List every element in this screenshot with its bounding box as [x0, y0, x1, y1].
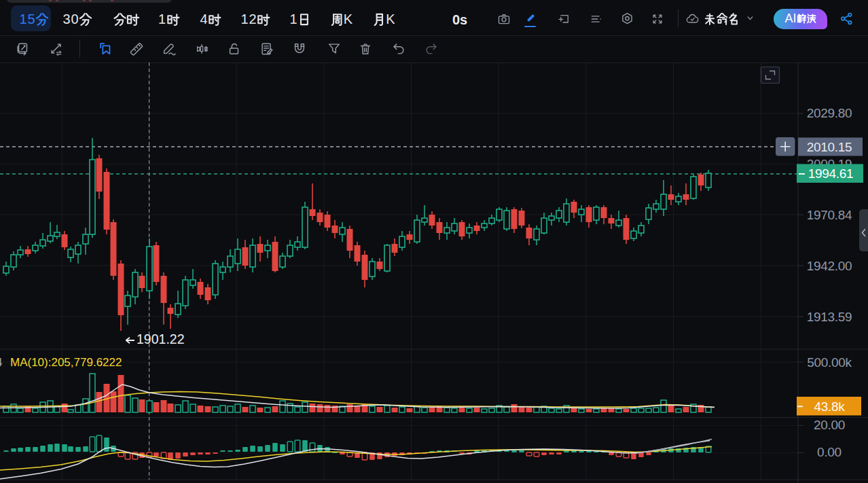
svg-text:4: 4 — [0, 356, 2, 369]
svg-text:2029.80: 2029.80 — [807, 106, 852, 120]
svg-text:20.00: 20.00 — [814, 418, 845, 432]
svg-text:MA(10):205,779.6222: MA(10):205,779.6222 — [10, 356, 122, 369]
svg-text:1901.22: 1901.22 — [137, 332, 185, 346]
svg-text:1994.61: 1994.61 — [808, 166, 854, 181]
svg-text:2010.15: 2010.15 — [807, 140, 852, 154]
svg-text:1970.84: 1970.84 — [807, 208, 852, 222]
svg-text:1913.59: 1913.59 — [807, 310, 852, 324]
svg-text:1942.00: 1942.00 — [807, 259, 852, 273]
svg-text:43.8k: 43.8k — [814, 399, 846, 414]
svg-text:0.00: 0.00 — [817, 445, 842, 459]
svg-text:500.00k: 500.00k — [807, 355, 852, 370]
